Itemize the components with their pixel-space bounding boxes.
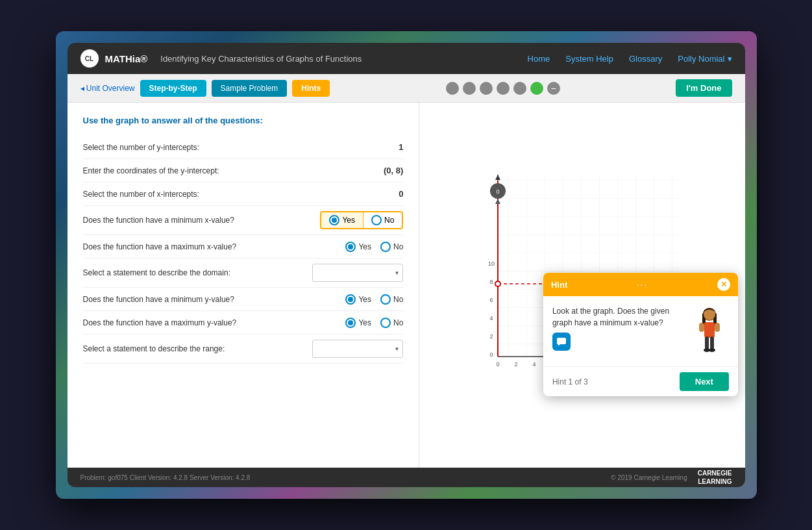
lesson-title: Identifying Key Characteristics of Graph… bbox=[160, 54, 527, 64]
question-row-1: Select the number of y-intercepts: 1 bbox=[83, 136, 404, 159]
svg-rect-20 bbox=[704, 322, 715, 338]
step-by-step-button[interactable]: Step-by-Step bbox=[140, 80, 206, 97]
app-title: MATHia® bbox=[105, 53, 148, 64]
glossary-link[interactable]: Glossary bbox=[629, 54, 662, 64]
hint-header: Hint ··· ✕ bbox=[543, 273, 738, 296]
answer-1: 1 bbox=[364, 142, 403, 152]
svg-text:6: 6 bbox=[489, 297, 493, 303]
svg-text:10: 10 bbox=[488, 260, 495, 267]
hint-dialog: Hint ··· ✕ Look at the graph. Does the g… bbox=[543, 273, 738, 396]
no-radio-5 bbox=[380, 242, 391, 252]
progress-dot-7 bbox=[547, 82, 560, 95]
progress-dot-6 bbox=[530, 82, 543, 95]
question-row-6: Select a statement to describe the domai… bbox=[83, 259, 404, 288]
yes-option-8[interactable]: Yes bbox=[345, 318, 371, 328]
answer-3: 0 bbox=[364, 189, 403, 199]
hint-footer: Hint 1 of 3 Next bbox=[543, 366, 738, 396]
svg-text:2: 2 bbox=[489, 333, 493, 340]
question-row-4: Does the function have a minimum x-value… bbox=[83, 206, 404, 235]
progress-dot-5 bbox=[513, 82, 526, 95]
chat-icon bbox=[552, 333, 571, 351]
point-0-8 bbox=[495, 281, 500, 286]
tablet-screen: CL MATHia® Identifying Key Characteristi… bbox=[68, 43, 745, 487]
answer-2: (0, 8) bbox=[364, 166, 403, 175]
svg-rect-21 bbox=[699, 323, 704, 332]
svg-rect-22 bbox=[715, 323, 720, 332]
yes-option-5[interactable]: Yes bbox=[345, 242, 371, 252]
app-wrapper: CL MATHia® Identifying Key Characteristi… bbox=[68, 43, 745, 487]
range-select[interactable] bbox=[312, 340, 403, 358]
question-label-7: Does the function have a minimum y-value… bbox=[83, 295, 346, 304]
hint-counter: Hint 1 of 3 bbox=[552, 377, 588, 386]
main-content: Use the graph to answer all of the quest… bbox=[68, 103, 745, 468]
svg-text:4: 4 bbox=[532, 361, 535, 368]
top-nav: CL MATHia® Identifying Key Characteristi… bbox=[68, 43, 745, 74]
svg-point-26 bbox=[709, 348, 715, 352]
question-label-8: Does the function have a maximum y-value… bbox=[83, 318, 346, 327]
no-radio-4 bbox=[371, 215, 382, 225]
no-radio-8 bbox=[380, 318, 391, 328]
sub-nav: ◂ Unit Overview Step-by-Step Sample Prob… bbox=[68, 74, 745, 103]
hint-close-button[interactable]: ✕ bbox=[717, 278, 730, 291]
sample-problem-button[interactable]: Sample Problem bbox=[212, 80, 288, 97]
unit-overview-link[interactable]: ◂ Unit Overview bbox=[80, 84, 135, 93]
no-radio-7 bbox=[380, 294, 391, 305]
progress-dot-2 bbox=[463, 82, 476, 95]
problem-info: Problem: gof075 Client Version: 4.2.8 Se… bbox=[80, 474, 251, 481]
svg-text:0: 0 bbox=[496, 361, 499, 368]
question-label-1: Select the number of y-intercepts: bbox=[83, 143, 365, 152]
svg-rect-23 bbox=[705, 336, 709, 349]
question-label-9: Select a statement to describe the range… bbox=[83, 344, 313, 353]
yes-radio-8 bbox=[345, 318, 356, 328]
svg-rect-15 bbox=[557, 338, 566, 344]
svg-text:0: 0 bbox=[489, 351, 493, 358]
carnegie-logo: CARNEGIE LEARNING bbox=[698, 469, 732, 486]
questions-panel: Use the graph to answer all of the quest… bbox=[68, 103, 420, 468]
yes-no-group-4: Yes No bbox=[320, 211, 403, 229]
question-row-2: Enter the coordinates of the y-intercept… bbox=[83, 159, 404, 183]
yes-radio-5 bbox=[345, 242, 356, 252]
no-option-7[interactable]: No bbox=[380, 294, 403, 305]
progress-dot-1 bbox=[446, 82, 459, 95]
question-label-6: Select a statement to describe the domai… bbox=[83, 268, 313, 277]
hints-button[interactable]: Hints bbox=[292, 80, 330, 97]
cl-logo: CL bbox=[80, 49, 99, 68]
yes-button-4[interactable]: Yes bbox=[321, 212, 363, 228]
chevron-down-icon: ▾ bbox=[728, 54, 732, 64]
yes-option-7[interactable]: Yes bbox=[345, 294, 371, 305]
select-domain[interactable] bbox=[312, 264, 403, 282]
question-row-9: Select a statement to describe the range… bbox=[83, 334, 404, 364]
tablet-frame: CL MATHia® Identifying Key Characteristi… bbox=[56, 31, 757, 499]
question-label-4: Does the function have a minimum x-value… bbox=[83, 216, 321, 225]
next-button[interactable]: Next bbox=[680, 372, 729, 391]
question-label-3: Select the number of x-intercepts: bbox=[83, 190, 365, 199]
no-option-8[interactable]: No bbox=[380, 318, 403, 328]
no-button-4[interactable]: No bbox=[363, 212, 402, 228]
radio-group-8: Yes No bbox=[345, 318, 403, 328]
avatar-svg bbox=[693, 305, 726, 357]
select-range[interactable] bbox=[312, 340, 403, 358]
home-link[interactable]: Home bbox=[528, 54, 550, 64]
progress-dot-3 bbox=[480, 82, 493, 95]
hint-dots: ··· bbox=[637, 279, 648, 290]
graph-panel: 0 2 4 6 8 10 x 0 2 4 6 bbox=[419, 103, 744, 468]
system-help-link[interactable]: System Help bbox=[565, 54, 613, 64]
im-done-button[interactable]: I'm Done bbox=[676, 79, 732, 97]
question-row-3: Select the number of x-intercepts: 0 bbox=[83, 183, 404, 206]
hint-text: Look at the graph. Does the given graph … bbox=[552, 305, 682, 329]
hint-avatar bbox=[690, 305, 729, 357]
question-row-7: Does the function have a minimum y-value… bbox=[83, 288, 404, 311]
hint-body: Look at the graph. Does the given graph … bbox=[543, 296, 738, 366]
question-label-2: Enter the coordinates of the y-intercept… bbox=[83, 166, 365, 175]
radio-group-5: Yes No bbox=[345, 242, 403, 252]
question-row-8: Does the function have a maximum y-value… bbox=[83, 311, 404, 334]
svg-text:0: 0 bbox=[496, 188, 499, 195]
domain-select[interactable] bbox=[312, 264, 403, 282]
progress-dot-4 bbox=[497, 82, 510, 95]
user-menu[interactable]: Polly Nomial ▾ bbox=[678, 54, 732, 64]
progress-dots bbox=[335, 82, 671, 95]
hint-title: Hint bbox=[551, 280, 567, 290]
no-option-5[interactable]: No bbox=[380, 242, 403, 252]
copyright: © 2019 Carnegie Learning bbox=[611, 474, 687, 481]
yes-radio-7 bbox=[345, 294, 356, 305]
